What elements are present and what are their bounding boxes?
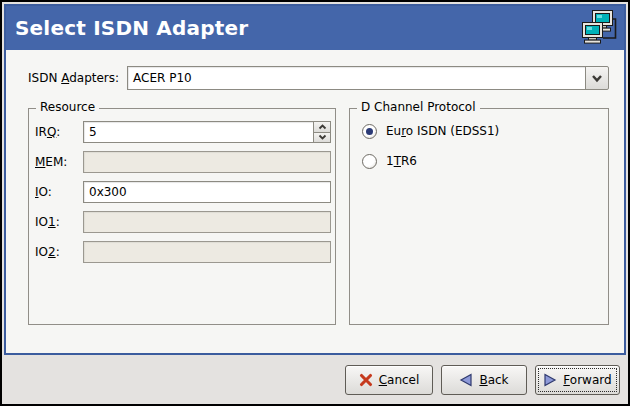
irq-label: IRQ: bbox=[35, 125, 83, 139]
cancel-label: Cancel bbox=[379, 373, 420, 387]
chevron-up-icon bbox=[318, 124, 327, 130]
irq-row: IRQ: bbox=[35, 121, 331, 143]
irq-input[interactable] bbox=[83, 121, 314, 143]
radio-1tr6[interactable]: 1TR6 bbox=[358, 151, 600, 171]
networked-computers-icon bbox=[580, 9, 618, 49]
resource-group-title: Resource bbox=[36, 100, 99, 114]
io-row: IO: bbox=[35, 181, 331, 203]
irq-spinbox bbox=[83, 121, 331, 143]
back-button[interactable]: Back bbox=[441, 365, 527, 395]
back-label: Back bbox=[479, 373, 508, 387]
radio-button-selected-icon[interactable] bbox=[362, 124, 377, 139]
group-row: Resource IRQ: bbox=[28, 108, 609, 325]
adapter-row: ISDN Adapters: ACER P10 bbox=[28, 66, 609, 90]
isdn-adapter-selected-value[interactable]: ACER P10 bbox=[127, 66, 586, 90]
io-input[interactable] bbox=[83, 181, 331, 203]
d-channel-group-title: D Channel Protocol bbox=[357, 100, 480, 114]
mem-row: MEM: bbox=[35, 151, 331, 173]
isdn-adapters-label: ISDN Adapters: bbox=[28, 71, 119, 85]
titlebar: Select ISDN Adapter bbox=[6, 6, 624, 50]
io2-label: IO2: bbox=[35, 245, 83, 259]
button-bar: Cancel Back Forward bbox=[2, 355, 628, 404]
cancel-button[interactable]: Cancel bbox=[345, 365, 433, 395]
mem-label: MEM: bbox=[35, 155, 83, 169]
arrow-right-icon bbox=[543, 373, 557, 387]
isdn-adapter-combobox[interactable]: ACER P10 bbox=[127, 66, 609, 90]
io-label: IO: bbox=[35, 185, 83, 199]
io1-row: IO1: bbox=[35, 211, 331, 233]
io2-input bbox=[83, 241, 331, 263]
mem-input bbox=[83, 151, 331, 173]
spin-down-button[interactable] bbox=[313, 132, 331, 144]
combo-dropdown-button[interactable] bbox=[585, 66, 609, 90]
tr6-label: 1TR6 bbox=[386, 154, 417, 168]
io2-row: IO2: bbox=[35, 241, 331, 263]
chevron-down-icon bbox=[591, 74, 603, 83]
io1-label: IO1: bbox=[35, 215, 83, 229]
forward-label: Forward bbox=[563, 373, 611, 387]
wizard-frame: Select ISDN Adapter bbox=[4, 4, 626, 355]
page-title: Select ISDN Adapter bbox=[15, 16, 580, 40]
forward-button[interactable]: Forward bbox=[535, 365, 620, 395]
cancel-x-icon bbox=[359, 373, 373, 387]
select-isdn-adapter-dialog: Select ISDN Adapter bbox=[0, 0, 630, 406]
d-channel-protocol-groupbox: D Channel Protocol Euro ISDN (EDSS1) 1TR… bbox=[349, 108, 609, 325]
chevron-down-icon bbox=[318, 134, 327, 140]
io1-input bbox=[83, 211, 331, 233]
radio-euro-isdn[interactable]: Euro ISDN (EDSS1) bbox=[358, 121, 600, 141]
irq-spin-buttons bbox=[313, 121, 331, 143]
wizard-content: ISDN Adapters: ACER P10 Resource IRQ: bbox=[6, 66, 624, 325]
radio-button-unselected-icon[interactable] bbox=[362, 154, 377, 169]
euro-isdn-label: Euro ISDN (EDSS1) bbox=[386, 124, 499, 138]
resource-groupbox: Resource IRQ: bbox=[28, 108, 336, 325]
arrow-left-icon bbox=[459, 373, 473, 387]
